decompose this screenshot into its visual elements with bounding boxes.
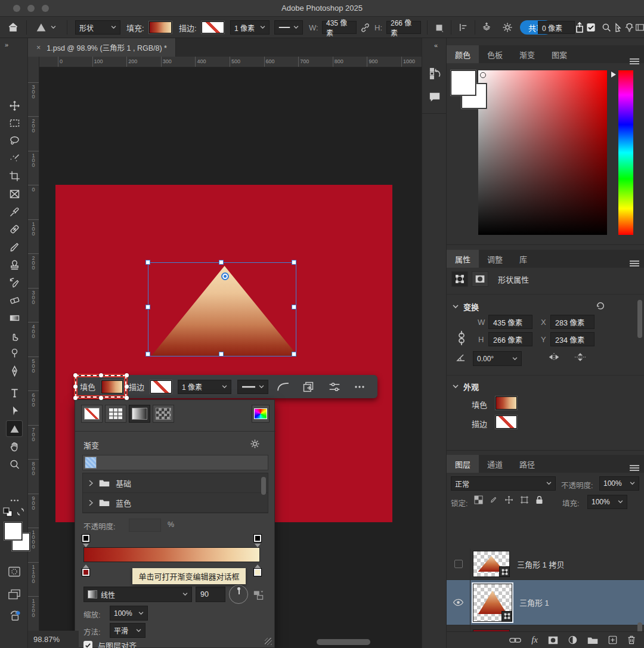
clone-stamp-tool-icon[interactable] xyxy=(7,257,22,272)
rect-marquee-tool-icon[interactable] xyxy=(7,116,22,131)
foreground-color-swatch[interactable] xyxy=(4,522,22,540)
color-stop-left[interactable] xyxy=(82,569,89,576)
properties-tab-调整[interactable]: 调整 xyxy=(479,250,511,268)
link-layers-icon[interactable] xyxy=(509,637,521,644)
pen-tool-icon[interactable] xyxy=(7,364,22,379)
type-tool-icon[interactable] xyxy=(7,385,22,401)
fill-none-button[interactable] xyxy=(81,405,103,423)
layer-thumbnail[interactable] xyxy=(473,584,512,622)
gradient-preview-bar[interactable] xyxy=(83,547,260,562)
prop-h-field[interactable]: 266 像素 xyxy=(488,332,532,346)
adjustment-layer-icon[interactable] xyxy=(568,635,577,644)
horizontal-ruler[interactable]: 01002003004005006007008009001000 xyxy=(39,57,422,67)
new-layer-icon[interactable] xyxy=(608,635,617,644)
transform-handle[interactable] xyxy=(145,352,150,356)
eyedropper-tool-icon[interactable] xyxy=(7,204,22,219)
taskbar-properties-icon[interactable] xyxy=(324,382,345,392)
panel-resize-grip[interactable] xyxy=(265,638,272,645)
magic-wand-tool-icon[interactable] xyxy=(7,151,22,166)
taskbar-more-icon[interactable] xyxy=(351,385,369,389)
layer-fill-dropdown[interactable]: 100% xyxy=(587,495,627,509)
align-to-layer-row[interactable]: 与图层对齐 xyxy=(83,640,137,648)
fill-solid-color-button[interactable] xyxy=(105,405,126,423)
lock-position-icon[interactable] xyxy=(504,495,513,504)
transform-section-header[interactable]: 变换 xyxy=(453,301,479,312)
rotation-angle-dropdown[interactable]: 0.00° xyxy=(473,351,522,366)
h-field[interactable]: 266 像素 xyxy=(386,17,421,38)
comments-panel-icon[interactable] xyxy=(427,89,442,105)
move-tool-icon[interactable] xyxy=(7,98,22,113)
discover-lightbulb-icon[interactable] xyxy=(623,17,636,38)
gradient-list-scrollbar[interactable] xyxy=(261,477,266,495)
lock-pixels-icon[interactable] xyxy=(490,495,498,504)
layer-effects-icon[interactable]: fx xyxy=(531,635,538,645)
properties-scrollbar[interactable] xyxy=(637,300,642,338)
taskbar-stroke-style-dropdown[interactable] xyxy=(237,380,268,394)
delete-layer-icon[interactable] xyxy=(627,635,636,644)
gradient-group-row[interactable]: 基础 xyxy=(83,473,268,493)
link-dimensions-icon[interactable] xyxy=(360,17,370,38)
transform-handle[interactable] xyxy=(292,352,296,356)
flip-vertical-icon[interactable] xyxy=(573,352,587,362)
dodge-tool-icon[interactable] xyxy=(7,346,22,361)
prop-x-field[interactable]: 283 像素 xyxy=(550,315,595,329)
lock-all-icon[interactable] xyxy=(535,495,543,504)
new-group-icon[interactable] xyxy=(587,636,598,644)
lasso-tool-icon[interactable] xyxy=(7,133,22,148)
saturation-brightness-field[interactable] xyxy=(478,70,607,235)
healing-brush-tool-icon[interactable] xyxy=(7,222,22,237)
zoom-tool-icon[interactable] xyxy=(7,457,22,472)
layers-opacity-dropdown[interactable]: 100% xyxy=(599,476,639,491)
properties-panel-menu-icon[interactable] xyxy=(630,261,639,266)
transform-handle[interactable] xyxy=(219,352,224,356)
swap-colors-icon[interactable] xyxy=(14,506,26,517)
gradient-angle-field[interactable]: 90 xyxy=(196,587,225,602)
color-tab-颜色[interactable]: 颜色 xyxy=(447,45,479,63)
color-picker-button[interactable] xyxy=(252,405,270,423)
zoom-level[interactable]: 98.87% xyxy=(33,635,60,644)
crop-tool-icon[interactable] xyxy=(7,169,22,184)
eraser-tool-icon[interactable] xyxy=(7,293,22,308)
duplicate-shape-icon[interactable] xyxy=(298,381,318,393)
path-alignment-icon[interactable] xyxy=(456,17,471,38)
gradient-style-dropdown[interactable]: 线性 xyxy=(83,587,192,602)
lock-artboard-icon[interactable] xyxy=(520,495,529,504)
fill-swatch[interactable] xyxy=(149,17,172,38)
shape-settings-gear-icon[interactable] xyxy=(500,17,515,38)
prop-y-field[interactable]: 234 像素 xyxy=(550,332,595,346)
tool-mode-dropdown[interactable]: 形状 xyxy=(75,17,120,38)
transform-handle[interactable] xyxy=(292,260,296,265)
method-dropdown[interactable]: 平滑 xyxy=(110,623,145,638)
fill-gradient-button[interactable] xyxy=(129,405,150,423)
appearance-section-header[interactable]: 外观 xyxy=(453,381,479,392)
angle-dial[interactable] xyxy=(229,585,248,604)
horizontal-scrollbar[interactable] xyxy=(317,639,370,645)
opacity-stop-right[interactable] xyxy=(254,535,261,542)
brush-tool-icon[interactable] xyxy=(7,240,22,255)
gradient-group-row[interactable]: 蓝色 xyxy=(83,493,268,513)
shape-tool-icon[interactable] xyxy=(7,421,22,436)
corner-radius-field[interactable]: 0 像素 xyxy=(538,17,575,38)
corner-rounding-icon[interactable] xyxy=(274,382,292,392)
search-icon[interactable] xyxy=(600,17,613,38)
document-tab[interactable]: × 1.psd @ 98.9% (三角形 1 , RGB/8) * xyxy=(28,38,176,57)
screen-mode-icon[interactable] xyxy=(7,587,22,602)
prop-w-field[interactable]: 435 像素 xyxy=(488,315,532,329)
layer-thumbnail[interactable] xyxy=(473,551,510,577)
layer-row[interactable]: 三角形 1 拷贝 xyxy=(447,548,644,580)
current-tool-icon[interactable] xyxy=(35,17,56,38)
transform-handle[interactable] xyxy=(219,260,224,265)
hue-strip[interactable] xyxy=(618,70,633,235)
history-panel-icon[interactable] xyxy=(427,66,442,81)
home-icon[interactable] xyxy=(7,17,19,38)
stroke-style-dropdown[interactable] xyxy=(274,17,303,38)
expand-toolbar-icon[interactable]: » xyxy=(5,41,8,48)
layer-row[interactable]: 三角形 1 xyxy=(447,580,644,625)
align-edges-checkbox-icon[interactable] xyxy=(584,17,597,38)
turntable-rotate-icon[interactable] xyxy=(7,607,22,623)
layers-tab-图层[interactable]: 图层 xyxy=(447,455,479,473)
path-arrangement-icon[interactable] xyxy=(478,17,495,38)
mask-properties-icon[interactable] xyxy=(472,271,488,287)
layer-visibility-eye-icon[interactable] xyxy=(447,580,470,625)
properties-tab-库[interactable]: 库 xyxy=(511,250,535,268)
